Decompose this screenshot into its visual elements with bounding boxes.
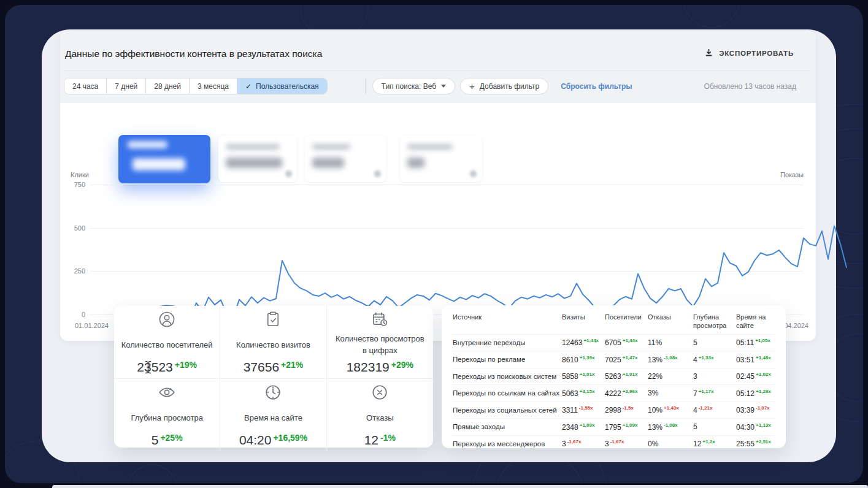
change-multiplier: -1,55x	[579, 405, 593, 411]
metric-change: +16,59%	[273, 433, 307, 443]
metric-value: 04:20+16,59%	[239, 433, 307, 448]
table-cell-depth: 4+1,33x	[693, 355, 736, 364]
table-cell-visits: 2348+1,09x	[562, 422, 605, 432]
table-cell-depth: 12+1,2x	[693, 439, 736, 448]
date-range-segmented-control: 24 часа7 дней28 дней3 месяца✓Пользовател…	[64, 78, 328, 94]
table-column-header: Посетители	[605, 313, 648, 321]
change-multiplier: +2,51x	[756, 439, 771, 444]
add-filter-button[interactable]: + Добавить фильтр	[460, 78, 548, 94]
change-multiplier: -1,08x	[664, 355, 678, 360]
table-cell-time: 04:30+1,13x	[736, 422, 775, 432]
metric-value: 182319+29%	[347, 360, 413, 375]
summary-card-3[interactable]	[305, 135, 386, 182]
table-cell-time: 05:11+1,05x	[736, 338, 775, 347]
change-multiplier: +1,09x	[580, 422, 595, 428]
y-tick-250: 250	[60, 267, 85, 275]
table-cell-bounces: 13%-1,08x	[648, 422, 693, 432]
traffic-sources-table-card: ИсточникВизитыПосетителиОтказыГлубина пр…	[442, 305, 786, 448]
range-chip-1[interactable]: 24 часа	[64, 78, 106, 94]
blurred-value	[133, 158, 185, 170]
filter-row: 24 часа7 дней28 дней3 месяца✓Пользовател…	[64, 78, 632, 94]
table-row: Переходы из мессенджеров3-1,67x3-1,67x0%…	[453, 435, 775, 452]
change-multiplier: +1,44x	[623, 338, 638, 343]
add-filter-label: Добавить фильтр	[480, 82, 539, 91]
plus-icon: +	[469, 82, 475, 91]
clipboard-check-icon	[264, 310, 282, 329]
summary-card-selected[interactable]	[118, 135, 210, 183]
change-multiplier: +2,96x	[623, 389, 638, 394]
blurred-value	[312, 158, 344, 168]
search-type-label: Тип поиска: Веб	[382, 82, 436, 91]
metric-cell-6: Отказы12-1%	[327, 379, 433, 451]
export-button[interactable]: ЭКСПОРТИРОВАТЬ	[704, 48, 794, 59]
table-cell-depth: 3	[693, 372, 736, 381]
calendar-clock-icon	[371, 310, 389, 329]
change-multiplier: +1,43x	[664, 405, 679, 411]
change-multiplier: +1,33x	[699, 355, 714, 360]
blurred-value	[226, 158, 282, 168]
table-row: Переходы из социальных сетей3311-1,55x29…	[453, 402, 775, 419]
change-multiplier: -1,5x	[623, 405, 634, 411]
summary-card-2[interactable]	[218, 135, 297, 182]
gridline	[90, 185, 804, 185]
range-chip-label: 3 месяца	[198, 82, 229, 91]
range-chip-label: 24 часа	[72, 82, 98, 91]
metric-value: 12-1%	[364, 433, 396, 448]
reset-filters-link[interactable]: Сбросить фильтры	[561, 82, 632, 91]
table-cell-visitors: 4222+2,96x	[605, 389, 648, 398]
table-cell-time: 03:51+1,48x	[736, 355, 775, 364]
table-cell-time: 05:12+1,23x	[736, 389, 775, 398]
search-type-dropdown[interactable]: Тип поиска: Веб	[372, 78, 455, 94]
range-chip-label: Пользовательская	[256, 82, 319, 91]
metric-change: -1%	[380, 433, 396, 443]
clock-icon	[264, 383, 282, 402]
change-multiplier: -1,08x	[664, 422, 678, 428]
download-icon	[704, 48, 713, 59]
table-cell-visits: 5858+1,01x	[562, 372, 605, 381]
range-chip-4[interactable]: 3 месяца	[189, 78, 237, 94]
y-tick-500: 500	[60, 224, 85, 232]
table-cell-bounces: 0%	[648, 440, 693, 448]
filter-separator	[365, 78, 366, 94]
check-icon: ✓	[245, 82, 252, 91]
range-chip-2[interactable]: 7 дней	[106, 78, 145, 94]
range-chip-5[interactable]: ✓Пользовательская	[237, 78, 327, 94]
source-name: Переходы из социальных сетей	[453, 406, 562, 414]
metric-label: Отказы	[366, 406, 393, 430]
updated-status: Обновлено 13 часов назад	[704, 82, 796, 91]
metric-change: +21%	[281, 360, 303, 370]
metric-label: Время на сайте	[244, 406, 302, 430]
table-cell-visitors: 6705+1,44x	[605, 338, 648, 347]
table-cell-depth: 4-1,21x	[693, 405, 736, 414]
blurred-value	[407, 158, 424, 168]
source-name: Прямые заходы	[453, 423, 562, 430]
metric-change: +19%	[175, 360, 197, 370]
metric-value: 37656+21%	[244, 360, 304, 375]
table-cell-visitors: 7025+1,47x	[605, 355, 648, 364]
change-multiplier: +1,01x	[580, 372, 595, 377]
export-label: ЭКСПОРТИРОВАТЬ	[719, 50, 794, 57]
range-chip-3[interactable]: 28 дней	[145, 78, 189, 94]
metric-label: Количество просмотров в цифрах	[333, 333, 427, 357]
left-axis-label: Клики	[71, 171, 89, 178]
table-cell-visits: 5063+3,15x	[562, 389, 605, 398]
table-column-header: Глубина просмотра	[693, 313, 736, 330]
table-row: Прямые заходы2348+1,09x1795+1,09x13%-1,0…	[453, 418, 775, 435]
metric-label: Количество визитов	[236, 333, 310, 357]
table-cell-visits: 12463+1,44x	[562, 338, 605, 347]
summary-card-4[interactable]	[400, 135, 482, 182]
chevron-down-icon	[441, 85, 446, 88]
table-cell-bounces: 11%	[648, 338, 693, 347]
change-multiplier: +3,15x	[580, 389, 595, 394]
change-multiplier: +1,02x	[756, 372, 771, 377]
metric-change: +29%	[391, 360, 413, 370]
change-multiplier: +1,23x	[756, 389, 771, 394]
table-column-header: Источник	[453, 313, 562, 321]
metric-value: 23523+19%	[137, 360, 197, 375]
table-row: Переходы по рекламе8610+1,39x7025+1,47x1…	[453, 351, 775, 368]
change-multiplier: +1,01x	[623, 372, 638, 377]
change-multiplier: +1,13x	[756, 422, 771, 428]
table-row: Внутренние переходы12463+1,44x6705+1,44x…	[453, 334, 775, 351]
y-tick-750: 750	[60, 181, 85, 188]
table-row: Переходы по ссылкам на сайтах5063+3,15x4…	[453, 384, 775, 402]
